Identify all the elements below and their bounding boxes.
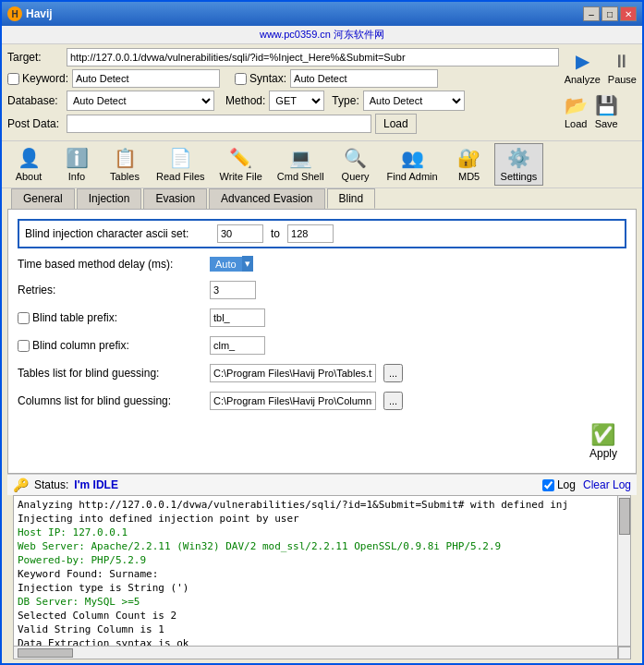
columns-list-row: Columns list for blind guessing: ... [18, 392, 626, 410]
database-dropdown[interactable]: Auto Detect [67, 91, 214, 111]
column-prefix-checkbox[interactable] [18, 340, 30, 352]
analyze-button[interactable]: ▶ Analyze [565, 50, 601, 85]
tab-general[interactable]: General [11, 188, 75, 209]
pause-button[interactable]: ⏸ Pause [608, 51, 637, 85]
tabs-area: General Injection Evasion Advanced Evasi… [7, 188, 637, 209]
log-checkbox[interactable] [542, 479, 554, 491]
nav-cmd-shell[interactable]: 💻 Cmd Shell [271, 143, 331, 186]
column-prefix-checkbox-label[interactable]: Blind column prefix: [18, 339, 202, 352]
database-label: Database: [7, 94, 63, 107]
ascii-from-input[interactable] [217, 224, 263, 243]
keyword-checkbox[interactable] [7, 73, 19, 85]
log-line: Injecting into defined injection point b… [18, 512, 614, 526]
about-label: About [16, 171, 43, 182]
apply-button[interactable]: ✅ Apply [580, 419, 626, 464]
pause-icon: ⏸ [613, 51, 631, 72]
target-input[interactable] [67, 48, 559, 66]
tab-injection[interactable]: Injection [77, 188, 142, 209]
write-file-label: Write File [220, 171, 262, 182]
delay-dropdown-group: Auto ▾ [210, 256, 253, 272]
delay-auto-button[interactable]: Auto [210, 257, 242, 272]
delay-dropdown-arrow[interactable]: ▾ [242, 256, 253, 272]
ascii-to-input[interactable] [287, 224, 334, 243]
keyword-syntax-row: Keyword: Syntax: [7, 69, 559, 88]
load-button[interactable]: Load [375, 114, 417, 134]
tables-list-input[interactable] [210, 364, 376, 382]
column-prefix-label: Blind column prefix: [32, 339, 129, 352]
nav-md5[interactable]: 🔐 MD5 [446, 143, 492, 186]
blind-panel: Blind injection character ascii set: to … [7, 209, 637, 474]
app-icon: H [7, 6, 22, 21]
target-label: Target: [7, 51, 63, 64]
vertical-scrollbar[interactable] [618, 495, 631, 647]
save-disk-icon: 💾 [595, 94, 618, 116]
horizontal-scrollbar[interactable] [13, 647, 618, 659]
log-output: Analyzing http://127.0.0.1/dvwa/vulnerab… [13, 495, 618, 647]
query-label: Query [342, 171, 370, 182]
log-line: Web Server: Apache/2.2.11 (Win32) DAV/2 … [18, 539, 614, 553]
table-prefix-label: Blind table prefix: [32, 311, 117, 324]
settings-icon: ⚙️ [507, 147, 530, 169]
log-checkbox-label[interactable]: Log [542, 478, 576, 491]
load-folder-icon: 📂 [565, 94, 588, 116]
syntax-checkbox[interactable] [235, 73, 247, 85]
settings-label: Settings [501, 171, 538, 182]
tables-list-label: Tables list for blind guessing: [18, 367, 202, 380]
keyword-label: Keyword: [22, 72, 68, 85]
columns-browse-button[interactable]: ... [383, 392, 403, 410]
ascii-row: Blind injection character ascii set: to [18, 219, 626, 248]
syntax-input[interactable] [290, 69, 438, 88]
nav-write-file[interactable]: ✏️ Write File [213, 143, 269, 186]
nav-info[interactable]: ℹ️ Info [54, 143, 100, 186]
status-bar: 🔑 Status: I'm IDLE Log Clear Log [7, 474, 637, 495]
nav-tables[interactable]: 📋 Tables [102, 143, 148, 186]
read-files-icon: 📄 [169, 147, 192, 169]
main-toolbar: 👤 About ℹ️ Info 📋 Tables 📄 Read Files ✏️… [2, 140, 642, 188]
columns-list-label: Columns list for blind guessing: [18, 394, 202, 407]
keyword-checkbox-label[interactable]: Keyword: [7, 72, 68, 85]
write-file-icon: ✏️ [229, 147, 252, 169]
save-icon-button[interactable]: 💾 Save [595, 94, 618, 129]
log-line: Data Extraction syntax is ok [18, 636, 614, 647]
type-dropdown[interactable]: Auto Detect [363, 91, 465, 111]
syntax-label: Syntax: [249, 72, 286, 85]
scroll-thumb-h[interactable] [18, 648, 73, 658]
tab-evasion[interactable]: Evasion [143, 188, 207, 209]
maximize-button[interactable]: □ [601, 6, 618, 21]
syntax-checkbox-label[interactable]: Syntax: [235, 72, 286, 85]
nav-find-admin[interactable]: 👥 Find Admin [381, 143, 444, 186]
scroll-thumb-v[interactable] [619, 498, 630, 535]
tables-browse-button[interactable]: ... [383, 364, 403, 382]
load-icon-button[interactable]: 📂 Load [565, 94, 588, 129]
close-button[interactable]: ✕ [620, 6, 637, 21]
toolbar-area: Target: Keyword: Syntax: [2, 44, 642, 140]
nav-read-files[interactable]: 📄 Read Files [150, 143, 212, 186]
nav-query[interactable]: 🔍 Query [333, 143, 379, 186]
column-prefix-input[interactable] [210, 336, 265, 355]
retries-row: Retries: [18, 281, 626, 299]
tab-advanced-evasion[interactable]: Advanced Evasion [209, 188, 324, 209]
minimize-button[interactable]: – [583, 6, 600, 21]
table-prefix-checkbox[interactable] [18, 312, 30, 324]
status-right: Log Clear Log [542, 478, 631, 491]
table-prefix-input[interactable] [210, 308, 265, 327]
columns-list-input[interactable] [210, 392, 376, 410]
status-idle-text: I'm IDLE [74, 478, 118, 491]
nav-about[interactable]: 👤 About [6, 143, 52, 186]
cmd-shell-icon: 💻 [289, 147, 312, 169]
log-line: Injection type is String (') [18, 581, 614, 595]
analyze-label: Analyze [565, 74, 601, 85]
clear-log-button[interactable]: Clear Log [583, 478, 631, 491]
log-label: Log [557, 478, 576, 491]
retries-input[interactable] [210, 281, 256, 299]
postdata-input[interactable] [67, 115, 371, 133]
keyword-input[interactable] [72, 69, 220, 88]
postdata-row: Post Data: Load [7, 114, 559, 134]
postdata-label: Post Data: [7, 117, 63, 130]
method-dropdown[interactable]: GET POST [269, 91, 324, 111]
apply-label: Apply [589, 447, 617, 460]
nav-settings[interactable]: ⚙️ Settings [494, 143, 544, 186]
table-prefix-checkbox-label[interactable]: Blind table prefix: [18, 311, 202, 324]
column-prefix-row: Blind column prefix: [18, 336, 626, 355]
tab-blind[interactable]: Blind [327, 188, 376, 209]
